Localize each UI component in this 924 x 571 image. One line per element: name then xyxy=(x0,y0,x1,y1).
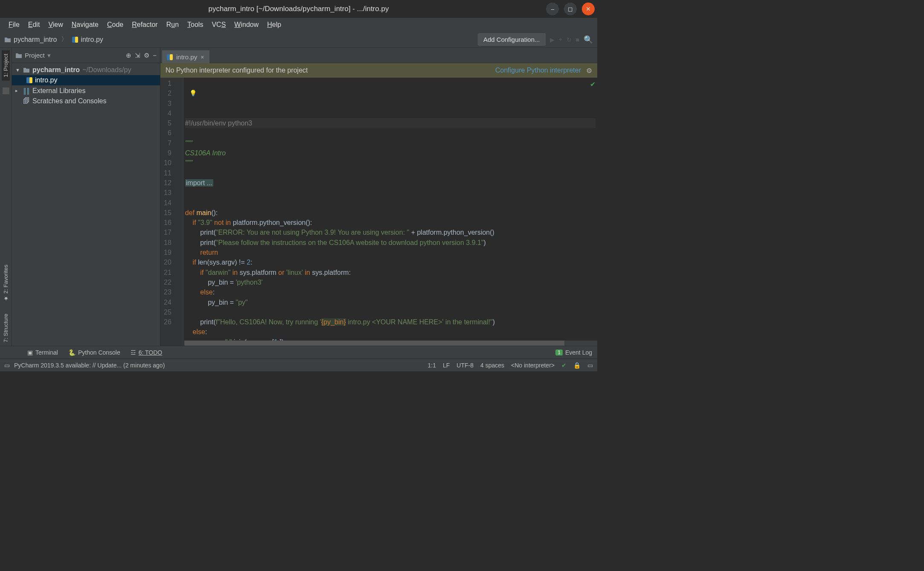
code-content[interactable]: 💡 ✔ #!/usr/bin/env python3 """CS106A Int… xyxy=(183,78,597,346)
main-split: 1: Project ★ 2: Favorites 7: Structure P… xyxy=(0,48,597,346)
sidebar-tab-project[interactable]: 1: Project xyxy=(2,50,10,81)
tree-file-intro[interactable]: intro.py xyxy=(12,75,160,85)
lock-icon[interactable]: 🔒 xyxy=(573,362,581,369)
settings-icon[interactable]: ⚙ xyxy=(144,52,149,59)
tree-file-label: intro.py xyxy=(35,76,57,84)
fold-gutter[interactable] xyxy=(177,78,183,346)
menu-navigate[interactable]: Navigate xyxy=(68,19,102,30)
status-rect-icon[interactable]: ▭ xyxy=(4,362,10,369)
left-tool-stripe: 1: Project ★ 2: Favorites 7: Structure xyxy=(0,48,12,346)
editor-area: intro.py × No Python interpreter configu… xyxy=(160,48,597,346)
tree-root-name: pycharm_intro xyxy=(32,66,80,74)
minimize-button[interactable]: ‒ xyxy=(546,3,559,15)
search-icon[interactable]: 🔍 xyxy=(584,35,593,44)
tree-scratches-label: Scratches and Consoles xyxy=(32,97,106,105)
todo-icon: ☲ xyxy=(131,349,136,356)
project-panel-header: Project ▾ ⊕ ⇲ ⚙ − xyxy=(12,48,160,63)
inspection-ok-icon: ✔ xyxy=(590,79,596,89)
sidebar-tab-structure[interactable]: 7: Structure xyxy=(2,310,10,346)
navbar: pycharm_intro 〉 intro.py Add Configurati… xyxy=(0,32,597,48)
tool-tab-event-log[interactable]: Event Log xyxy=(565,349,592,356)
scratches-icon: 🗐 xyxy=(23,97,30,105)
libraries-icon: ‖‖ xyxy=(23,87,30,95)
editor-tab-label: intro.py xyxy=(176,53,197,61)
sidebar-tab-favorites[interactable]: ★ 2: Favorites xyxy=(2,261,10,305)
stop-icon[interactable]: ■ xyxy=(576,36,579,43)
line-number-gutter: 1234567910111213141516171819202122232425… xyxy=(160,78,177,346)
intention-bulb-icon[interactable]: 💡 xyxy=(189,88,197,98)
breadcrumb-project[interactable]: pycharm_intro xyxy=(4,36,57,44)
project-tree[interactable]: ▼ pycharm_intro ~/Downloads/py intro.py … xyxy=(12,63,160,346)
menubar: File Edit View Navigate Code Refactor Ru… xyxy=(0,18,597,32)
menu-help[interactable]: Help xyxy=(264,19,285,30)
run-icon[interactable]: ▶ xyxy=(550,36,555,43)
tree-root-path: ~/Downloads/py xyxy=(82,66,131,74)
breadcrumb-project-label: pycharm_intro xyxy=(14,36,57,44)
tool-tab-todo[interactable]: ☲ 6: TODO xyxy=(131,349,163,356)
project-panel-title: Project xyxy=(25,52,45,59)
breadcrumb-sep: 〉 xyxy=(61,35,68,44)
maximize-button[interactable]: ◻ xyxy=(564,3,577,15)
interpreter-warning-banner: No Python interpreter configured for the… xyxy=(160,63,597,78)
hide-icon[interactable]: − xyxy=(153,52,157,59)
tree-external-label: External Libraries xyxy=(32,87,86,95)
debug-icon[interactable]: ⌖ xyxy=(559,36,562,43)
menu-refactor[interactable]: Refactor xyxy=(128,19,161,30)
tree-scratches[interactable]: 🗐 Scratches and Consoles xyxy=(12,96,160,106)
status-menu-icon[interactable]: ▭ xyxy=(587,362,593,369)
status-update-message[interactable]: PyCharm 2019.3.5 available: // Update...… xyxy=(14,362,165,369)
locate-icon[interactable]: ⊕ xyxy=(126,52,131,59)
window-title: pycharm_intro [~/Downloads/pycharm_intro… xyxy=(209,5,389,13)
menu-file[interactable]: File xyxy=(5,19,23,30)
titlebar: pycharm_intro [~/Downloads/pycharm_intro… xyxy=(0,0,597,18)
close-tab-icon[interactable]: × xyxy=(200,54,204,61)
tree-root[interactable]: ▼ pycharm_intro ~/Downloads/py xyxy=(12,65,160,75)
sidebar-square-icon[interactable] xyxy=(3,87,9,94)
editor-tabbar: intro.py × xyxy=(160,48,597,63)
svg-rect-1 xyxy=(75,37,78,43)
collapse-icon[interactable]: ⇲ xyxy=(135,52,140,59)
tool-tab-python-console[interactable]: 🐍 Python Console xyxy=(68,349,120,356)
menu-view[interactable]: View xyxy=(45,19,66,30)
status-line-sep[interactable]: LF xyxy=(443,362,450,369)
horizontal-scrollbar[interactable] xyxy=(184,341,597,346)
close-button[interactable]: ✕ xyxy=(582,3,595,15)
menu-code[interactable]: Code xyxy=(104,19,127,30)
coverage-icon[interactable]: ↻ xyxy=(567,36,572,43)
svg-rect-3 xyxy=(29,77,32,83)
statusbar: ▭ PyCharm 2019.3.5 available: // Update.… xyxy=(0,358,597,371)
status-encoding[interactable]: UTF-8 xyxy=(456,362,474,369)
run-config-button[interactable]: Add Configuration... xyxy=(478,33,546,46)
status-check-icon[interactable]: ✔ xyxy=(561,362,567,369)
tool-tab-terminal[interactable]: ▣ Terminal xyxy=(27,349,58,356)
configure-interpreter-link[interactable]: Configure Python interpreter xyxy=(495,67,581,74)
menu-run[interactable]: Run xyxy=(163,19,182,30)
menu-edit[interactable]: Edit xyxy=(25,19,44,30)
menu-tools[interactable]: Tools xyxy=(184,19,206,30)
menu-window[interactable]: Window xyxy=(231,19,262,30)
event-log-badge: 1 xyxy=(555,350,563,355)
banner-message: No Python interpreter configured for the… xyxy=(166,67,308,74)
terminal-icon: ▣ xyxy=(27,349,33,356)
breadcrumb-file[interactable]: intro.py xyxy=(72,36,103,44)
bottom-tool-tabs: ▣ Terminal 🐍 Python Console ☲ 6: TODO 1 … xyxy=(0,346,597,358)
status-indent[interactable]: 4 spaces xyxy=(480,362,504,369)
python-icon: 🐍 xyxy=(68,349,76,356)
editor-tab-intro[interactable]: intro.py × xyxy=(162,50,209,63)
tree-external-libraries[interactable]: ▸ ‖‖ External Libraries xyxy=(12,85,160,96)
status-interpreter[interactable]: <No interpreter> xyxy=(511,362,555,369)
breadcrumb-file-label: intro.py xyxy=(81,36,103,44)
menu-vcs[interactable]: VCS xyxy=(208,19,229,30)
banner-gear-icon[interactable]: ⚙ xyxy=(586,67,592,75)
editor-body[interactable]: 1234567910111213141516171819202122232425… xyxy=(160,78,597,346)
svg-rect-5 xyxy=(170,54,173,60)
status-caret[interactable]: 1:1 xyxy=(428,362,436,369)
project-panel: Project ▾ ⊕ ⇲ ⚙ − ▼ pycharm_intro ~/Down… xyxy=(12,48,160,346)
